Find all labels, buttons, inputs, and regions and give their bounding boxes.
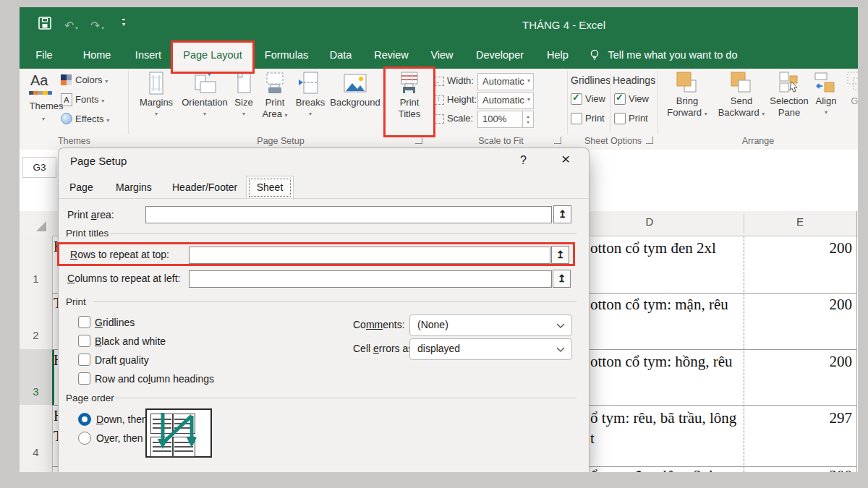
cols-repeat-collapse-button[interactable]: ↥ <box>553 270 571 288</box>
print-area-collapse-button[interactable]: ↥ <box>553 205 571 223</box>
tab-review[interactable]: Review <box>374 42 409 69</box>
column-header-e[interactable]: E <box>773 215 827 228</box>
selection-pane-button[interactable]: Selection Pane <box>767 71 812 119</box>
cell-errors-dropdown[interactable]: displayed <box>409 338 572 360</box>
cell-e3[interactable]: 200 <box>745 353 852 371</box>
selection-pane-label-2: Pane <box>778 107 800 119</box>
scale-spinner[interactable]: 100% ▴▾ <box>477 111 534 128</box>
select-all-corner[interactable] <box>36 221 46 231</box>
gridlines-checkbox[interactable] <box>78 316 90 328</box>
tab-developer[interactable]: Developer <box>476 42 524 69</box>
effects-button[interactable]: Effects ▾ <box>75 114 109 124</box>
cell-d4-line1[interactable]: ổ tym: rêu, bã trầu, lông <box>590 409 736 427</box>
dialog-tab-sheet-active[interactable]: Sheet <box>246 176 294 200</box>
row-header-2[interactable]: 2 <box>20 329 52 341</box>
size-button[interactable]: Size ▾ <box>231 71 256 120</box>
black-and-white-checkbox[interactable] <box>78 335 90 347</box>
cell-d1[interactable]: otton cổ tym đen 2xl <box>590 239 716 257</box>
height-dropdown[interactable]: Automatic ▾ <box>477 92 534 109</box>
breaks-button[interactable]: Breaks ▾ <box>294 71 327 120</box>
down-then-over-radio[interactable] <box>78 413 91 426</box>
tab-help[interactable]: Help <box>547 42 569 69</box>
row-header-4[interactable]: 4 <box>20 446 52 458</box>
frame-top <box>0 0 868 7</box>
headings-view-checkbox[interactable] <box>614 93 626 105</box>
section-rule <box>115 398 576 398</box>
dialog-help-button[interactable]: ? <box>520 154 527 167</box>
row-header-1[interactable]: 1 <box>20 273 52 285</box>
cell-d3[interactable]: otton cổ tym: hồng, rêu <box>590 353 733 371</box>
page-break-dashed-line <box>744 236 744 472</box>
cell-errors-value: displayed <box>417 343 460 354</box>
gridlines-print-checkbox[interactable] <box>571 113 582 124</box>
margins-caret-icon: ▾ <box>155 108 158 120</box>
scale-to-fit-dialog-launcher-icon[interactable] <box>554 137 561 144</box>
align-icon <box>814 71 838 95</box>
align-button[interactable]: Align ▾ <box>812 71 841 119</box>
cell-e2[interactable]: 200 <box>745 296 852 314</box>
comments-dropdown[interactable]: (None) <box>409 314 572 336</box>
tab-view[interactable]: View <box>430 42 453 69</box>
send-backward-button[interactable]: Send Backward ▾ <box>716 71 767 120</box>
headings-print-checkbox[interactable] <box>614 113 626 124</box>
cols-repeat-label: Columns to repeat at left: <box>67 273 180 284</box>
customize-qat-icon[interactable]: ▾ <box>122 19 125 27</box>
width-dropdown[interactable]: Automatic ▾ <box>477 73 534 90</box>
gridlines-view-checkbox[interactable] <box>571 93 582 105</box>
themes-aa-icon[interactable]: Aa <box>30 72 48 89</box>
selection-pane-icon <box>777 71 801 95</box>
tab-insert[interactable]: Insert <box>135 42 161 69</box>
tell-me-box[interactable]: Tell me what you want to do <box>608 42 738 69</box>
name-box[interactable]: G3 <box>22 157 56 178</box>
frame-left <box>0 0 20 488</box>
orientation-button[interactable]: Orientation ▾ <box>179 71 230 120</box>
page-setup-dialog-launcher-icon[interactable] <box>415 137 422 144</box>
fonts-button[interactable]: Fonts ▾ <box>75 94 104 105</box>
column-header-divider <box>744 214 744 233</box>
cols-repeat-input[interactable] <box>189 270 552 288</box>
frame-right <box>858 0 868 488</box>
dialog-close-button[interactable]: × <box>561 150 570 168</box>
print-area-input[interactable] <box>145 206 552 223</box>
cell-e4[interactable]: 297 <box>745 409 852 427</box>
breaks-label: Breaks <box>296 97 325 108</box>
annotation-box-rows-repeat <box>57 242 575 266</box>
dialog-tab-page[interactable]: Page <box>69 181 93 193</box>
draft-quality-checkbox-label: Draft quality <box>95 354 149 366</box>
tab-data[interactable]: Data <box>330 42 352 69</box>
tab-formulas[interactable]: Formulas <box>265 42 308 69</box>
height-caret-icon: ▾ <box>527 96 530 103</box>
page-order-preview <box>145 408 212 458</box>
comments-label: Comments: <box>353 319 405 330</box>
tab-home[interactable]: Home <box>83 42 111 69</box>
row-header-3[interactable]: 3 <box>20 385 52 398</box>
sheet-options-dialog-launcher-icon[interactable] <box>646 137 653 144</box>
dialog-tab-header-footer[interactable]: Header/Footer <box>172 181 237 193</box>
background-button[interactable]: Background <box>327 71 383 108</box>
colors-button[interactable]: Colors ▾ <box>75 74 108 85</box>
tell-me-bulb-icon <box>588 48 601 63</box>
bring-forward-button[interactable]: Bring Forward ▾ <box>664 71 710 120</box>
dialog-tab-margins[interactable]: Margins <box>116 181 152 193</box>
effects-caret-icon: ▾ <box>106 117 109 124</box>
cell-e1[interactable]: 200 <box>745 239 852 257</box>
tab-file[interactable]: File <box>35 42 52 69</box>
undo-icon[interactable]: ↶ ▾ <box>64 19 78 33</box>
cell-d4-line2[interactable]: t <box>590 429 595 448</box>
redo-icon[interactable]: ↷ ▾ <box>90 19 104 33</box>
themes-caret-icon: ▾ <box>42 116 45 122</box>
save-icon[interactable] <box>38 16 52 30</box>
cell-d2[interactable]: otton cổ tym: mận, rêu <box>590 296 728 314</box>
draft-quality-checkbox[interactable] <box>78 354 90 366</box>
column-header-d[interactable]: D <box>622 215 677 228</box>
page-setup-group-label: Page Setup <box>129 136 433 146</box>
annotation-box-print-titles <box>383 67 435 137</box>
scale-spinner-arrows-icon[interactable]: ▴▾ <box>522 111 533 127</box>
over-then-down-radio[interactable] <box>78 432 91 445</box>
print-area-button[interactable]: Print Area ▾ <box>256 71 294 121</box>
chevron-down-icon <box>556 323 565 329</box>
print-titles-section-label: Print titles <box>66 228 109 239</box>
print-section-label: Print <box>66 296 86 307</box>
margins-button[interactable]: Margins ▾ <box>135 71 178 120</box>
row-column-headings-checkbox[interactable] <box>78 372 90 385</box>
